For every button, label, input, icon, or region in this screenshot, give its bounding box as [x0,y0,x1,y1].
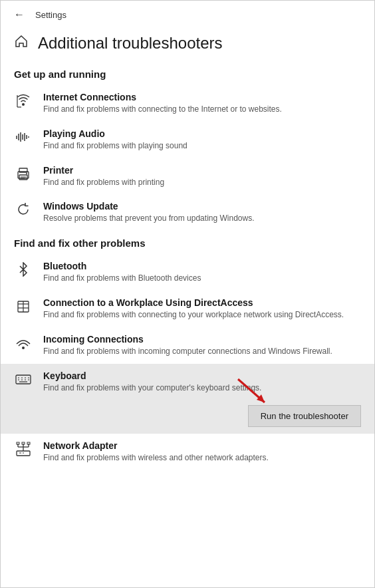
item-title-network: Network Adapter [43,440,269,451]
item-title-printer: Printer [43,165,164,176]
item-title-directaccess: Connection to a Workplace Using DirectAc… [43,297,344,308]
item-bluetooth[interactable]: Bluetooth Find and fix problems with Blu… [1,254,374,291]
item-desc-keyboard: Find and fix problems with your computer… [43,382,261,394]
item-desc-network: Find and fix problems with wireless and … [43,452,269,464]
network-icon [14,442,33,462]
item-desc-audio: Find and fix problems with playing sound [43,140,188,152]
item-title-bluetooth: Bluetooth [43,261,201,271]
wifi-icon [14,93,33,112]
item-desc-update: Resolve problems that prevent you from u… [43,213,255,224]
item-title-internet: Internet Connections [43,92,282,102]
svg-point-0 [22,103,25,106]
item-keyboard[interactable]: Keyboard Find and fix problems with your… [1,364,374,400]
item-desc-internet: Find and fix problems with connecting to… [43,104,282,115]
svg-point-15 [26,173,27,174]
item-playing-audio[interactable]: Playing Audio Find and fix problems with… [1,122,374,158]
svg-rect-39 [17,442,19,444]
section-get-up-running: Get up and running Internet Connections … [1,62,374,231]
page-title: Additional troubleshooters [38,34,223,53]
section-title-get-up-running: Get up and running [1,62,374,85]
item-desc-printer: Find and fix problems with printing [43,177,164,188]
item-title-keyboard: Keyboard [43,370,261,381]
item-windows-update[interactable]: Windows Update Resolve problems that pre… [1,194,374,231]
item-title-audio: Playing Audio [43,128,188,139]
audio-icon [14,130,33,148]
workplace-icon [14,299,33,319]
title-bar: ← Settings [1,1,374,27]
item-internet-connections[interactable]: Internet Connections Find and fix proble… [1,85,374,122]
back-button[interactable]: ← [11,7,27,22]
run-troubleshooter-row: Run the troubleshooter [1,400,374,434]
printer-icon [14,166,33,185]
page-header: Additional troubleshooters [1,27,374,62]
item-title-incoming: Incoming Connections [43,334,332,345]
item-incoming-connections[interactable]: Incoming Connections Find and fix proble… [1,327,374,364]
item-title-update: Windows Update [43,201,255,212]
svg-point-20 [22,347,25,349]
red-arrow-icon [231,376,271,409]
item-desc-bluetooth: Find and fix problems with Bluetooth dev… [43,273,201,284]
item-directaccess[interactable]: Connection to a Workplace Using DirectAc… [1,291,374,327]
keyboard-icon [14,372,33,390]
title-bar-text: Settings [35,10,66,20]
item-desc-incoming: Find and fix problems with incoming comp… [43,346,332,357]
item-printer[interactable]: Printer Find and fix problems with print… [1,158,374,195]
bluetooth-icon [14,262,33,281]
section-title-find-fix: Find and fix other problems [1,231,374,254]
svg-rect-41 [27,442,30,444]
incoming-icon [14,335,33,354]
item-desc-directaccess: Find and fix problems with connecting to… [43,309,344,321]
section-find-fix-other: Find and fix other problems Bluetooth Fi… [1,231,374,470]
home-icon [14,34,29,53]
item-network-adapter[interactable]: Network Adapter Find and fix problems wi… [1,434,374,470]
update-icon [14,202,33,221]
svg-rect-40 [22,442,25,444]
